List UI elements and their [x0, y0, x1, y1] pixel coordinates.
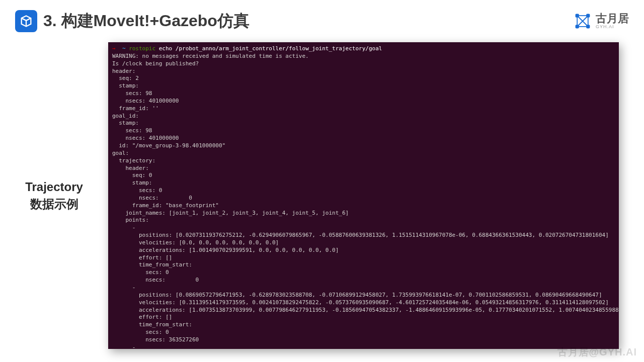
slide-title: 3. 构建MoveIt!+Gazebo仿真 [43, 10, 250, 32]
prompt-arrow-icon: → [112, 45, 116, 52]
title-group: 3. 构建MoveIt!+Gazebo仿真 [15, 10, 250, 32]
terminal-command-rostopic: rostopic [129, 45, 155, 52]
brand-subtitle: GYH.AI [596, 24, 629, 29]
terminal-command-args: echo /probot_anno/arm_joint_controller/f… [159, 45, 382, 52]
watermark-text: 古月居@GYH.AI [557, 345, 637, 359]
brand-name: 古月居 [596, 13, 629, 24]
brand-block: 古月居 GYH.AI [574, 12, 629, 30]
slide-header: 3. 构建MoveIt!+Gazebo仿真 古月居 GYH.AI [0, 0, 644, 37]
caption-line-2: 数据示例 [5, 196, 103, 213]
main-content: Trajectory 数据示例 → ~ rostopic echo /probo… [0, 37, 644, 349]
caption-line-1: Trajectory [5, 178, 103, 196]
brand-icon [574, 12, 592, 30]
app-logo-icon [15, 10, 37, 32]
terminal-window: → ~ rostopic echo /probot_anno/arm_joint… [108, 42, 619, 349]
side-caption: Trajectory 数据示例 [0, 178, 108, 212]
prompt-tilde: ~ [122, 45, 126, 52]
terminal-output: WARNING: no messages received and simula… [112, 53, 619, 349]
